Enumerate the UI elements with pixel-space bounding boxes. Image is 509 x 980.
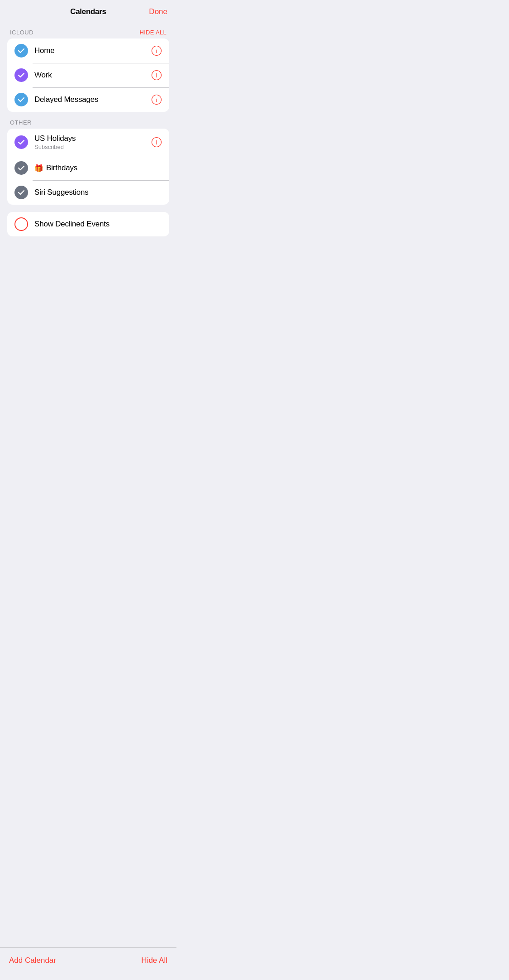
siri-suggestions-label-container: Siri Suggestions <box>34 188 162 197</box>
icloud-card: Home i Work <box>7 38 169 112</box>
icloud-section-header: ICLOUD HIDE ALL <box>7 29 169 38</box>
show-declined-section: Show Declined Events <box>7 212 169 236</box>
page: Calendars Done ICLOUD HIDE ALL Home <box>0 0 176 340</box>
checkmark-icon <box>17 138 25 146</box>
svg-text:i: i <box>156 72 157 79</box>
svg-text:i: i <box>156 48 157 54</box>
other-section-title: OTHER <box>10 119 32 126</box>
us-holidays-info-button[interactable]: i <box>151 137 162 148</box>
info-icon: i <box>151 94 162 105</box>
header: Calendars Done <box>0 0 176 22</box>
info-icon: i <box>151 137 162 148</box>
icloud-section-title: ICLOUD <box>10 29 33 36</box>
checkmark-icon <box>17 71 25 79</box>
list-item[interactable]: Siri Suggestions <box>7 180 169 205</box>
us-holidays-sublabel: Subscribed <box>34 144 147 150</box>
delayed-messages-label: Delayed Messages <box>34 95 147 104</box>
checkmark-icon <box>17 47 25 55</box>
siri-suggestions-checkbox[interactable] <box>14 186 28 199</box>
info-icon: i <box>151 45 162 56</box>
list-item[interactable]: Delayed Messages i <box>7 87 169 112</box>
svg-text:i: i <box>156 96 157 103</box>
done-button[interactable]: Done <box>149 7 167 16</box>
info-icon: i <box>151 70 162 81</box>
birthdays-checkbox[interactable] <box>14 161 28 175</box>
page-title: Calendars <box>70 7 106 16</box>
delayed-messages-label-container: Delayed Messages <box>34 95 147 104</box>
list-item[interactable]: US Holidays Subscribed i <box>7 129 169 156</box>
list-item[interactable]: Show Declined Events <box>7 212 169 236</box>
home-label: Home <box>34 46 147 55</box>
birthdays-label: Birthdays <box>46 163 77 173</box>
siri-suggestions-label: Siri Suggestions <box>34 188 162 197</box>
work-info-button[interactable]: i <box>151 70 162 81</box>
work-checkbox[interactable] <box>14 68 28 82</box>
work-label-container: Work <box>34 71 147 80</box>
checkmark-icon <box>17 96 25 104</box>
home-label-container: Home <box>34 46 147 55</box>
birthdays-row: 🎁 Birthdays <box>34 163 162 173</box>
show-declined-label: Show Declined Events <box>34 220 162 229</box>
delayed-messages-checkbox[interactable] <box>14 93 28 106</box>
delayed-messages-info-button[interactable]: i <box>151 94 162 105</box>
checkmark-icon <box>17 188 25 197</box>
show-declined-radio[interactable] <box>14 217 28 231</box>
icloud-section: ICLOUD HIDE ALL Home i <box>7 29 169 112</box>
home-checkbox[interactable] <box>14 44 28 58</box>
list-item[interactable]: Work i <box>7 63 169 87</box>
list-item[interactable]: 🎁 Birthdays <box>7 156 169 180</box>
home-info-button[interactable]: i <box>151 45 162 56</box>
show-declined-card: Show Declined Events <box>7 212 169 236</box>
svg-text:i: i <box>156 139 157 146</box>
icloud-hide-all-button[interactable]: HIDE ALL <box>140 29 167 36</box>
other-section-header: OTHER <box>7 119 169 129</box>
us-holidays-label-container: US Holidays Subscribed <box>34 134 147 150</box>
list-item[interactable]: Home i <box>7 38 169 63</box>
gift-icon: 🎁 <box>34 164 43 173</box>
show-declined-label-container: Show Declined Events <box>34 220 162 229</box>
checkmark-icon <box>17 164 25 172</box>
other-card: US Holidays Subscribed i <box>7 129 169 205</box>
work-label: Work <box>34 71 147 80</box>
birthdays-label-container: 🎁 Birthdays <box>34 163 162 173</box>
other-section: OTHER US Holidays Subscribed i <box>7 119 169 205</box>
us-holidays-checkbox[interactable] <box>14 135 28 149</box>
us-holidays-label: US Holidays <box>34 134 147 143</box>
